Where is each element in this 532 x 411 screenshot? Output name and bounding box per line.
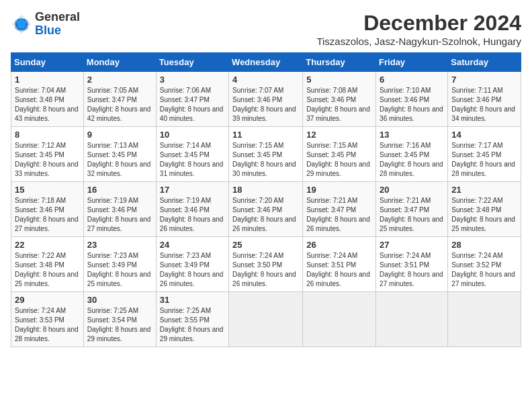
day-number: 5 <box>306 75 372 85</box>
day-number: 17 <box>160 185 225 195</box>
weekday-header-tuesday: Tuesday <box>156 53 228 72</box>
calendar-cell: 31Sunrise: 7:25 AMSunset: 3:55 PMDayligh… <box>156 292 228 347</box>
calendar-cell <box>376 292 448 347</box>
calendar-cell: 21Sunrise: 7:22 AMSunset: 3:48 PMDayligh… <box>448 182 521 237</box>
calendar-cell: 4Sunrise: 7:07 AMSunset: 3:46 PMDaylight… <box>229 72 303 127</box>
day-number: 9 <box>87 130 152 140</box>
calendar-cell: 28Sunrise: 7:24 AMSunset: 3:52 PMDayligh… <box>448 237 521 292</box>
calendar-cell: 2Sunrise: 7:05 AMSunset: 3:47 PMDaylight… <box>83 72 156 127</box>
day-info: Sunrise: 7:08 AMSunset: 3:46 PMDaylight:… <box>306 86 372 124</box>
week-row-4: 22Sunrise: 7:22 AMSunset: 3:48 PMDayligh… <box>11 237 521 292</box>
calendar-cell <box>448 292 521 347</box>
calendar-cell <box>229 292 303 347</box>
month-title: December 2024 <box>316 11 521 36</box>
day-number: 31 <box>160 295 225 305</box>
day-number: 14 <box>451 130 517 140</box>
calendar-cell: 5Sunrise: 7:08 AMSunset: 3:46 PMDaylight… <box>303 72 376 127</box>
day-info: Sunrise: 7:24 AMSunset: 3:51 PMDaylight:… <box>380 251 444 289</box>
calendar-cell: 1Sunrise: 7:04 AMSunset: 3:48 PMDaylight… <box>11 72 84 127</box>
day-info: Sunrise: 7:20 AMSunset: 3:46 PMDaylight:… <box>232 196 299 234</box>
weekday-header-thursday: Thursday <box>303 53 376 72</box>
day-number: 30 <box>87 295 152 305</box>
calendar-cell: 29Sunrise: 7:24 AMSunset: 3:53 PMDayligh… <box>11 292 84 347</box>
logo-blue-text: Blue <box>35 24 80 38</box>
week-row-1: 1Sunrise: 7:04 AMSunset: 3:48 PMDaylight… <box>11 72 521 127</box>
logo-icon <box>11 13 32 35</box>
calendar-cell: 9Sunrise: 7:13 AMSunset: 3:45 PMDaylight… <box>83 127 156 182</box>
day-number: 25 <box>232 240 299 250</box>
day-number: 7 <box>451 75 517 85</box>
weekday-header-friday: Friday <box>376 53 448 72</box>
calendar-cell: 22Sunrise: 7:22 AMSunset: 3:48 PMDayligh… <box>11 237 84 292</box>
calendar-cell: 24Sunrise: 7:23 AMSunset: 3:49 PMDayligh… <box>156 237 228 292</box>
logo-general-text: General <box>35 11 80 24</box>
calendar-cell: 13Sunrise: 7:16 AMSunset: 3:45 PMDayligh… <box>376 127 448 182</box>
day-number: 18 <box>232 185 299 195</box>
day-number: 2 <box>87 75 152 85</box>
day-number: 15 <box>15 185 80 195</box>
day-info: Sunrise: 7:19 AMSunset: 3:46 PMDaylight:… <box>87 196 152 234</box>
day-info: Sunrise: 7:04 AMSunset: 3:48 PMDaylight:… <box>15 86 80 124</box>
calendar-cell: 27Sunrise: 7:24 AMSunset: 3:51 PMDayligh… <box>376 237 448 292</box>
calendar-cell: 3Sunrise: 7:06 AMSunset: 3:47 PMDaylight… <box>156 72 228 127</box>
weekday-header-saturday: Saturday <box>448 53 521 72</box>
day-number: 21 <box>451 185 517 195</box>
day-number: 19 <box>306 185 372 195</box>
calendar-cell: 18Sunrise: 7:20 AMSunset: 3:46 PMDayligh… <box>229 182 303 237</box>
calendar-cell: 8Sunrise: 7:12 AMSunset: 3:45 PMDaylight… <box>11 127 84 182</box>
day-info: Sunrise: 7:25 AMSunset: 3:54 PMDaylight:… <box>87 306 152 344</box>
calendar-cell: 14Sunrise: 7:17 AMSunset: 3:45 PMDayligh… <box>448 127 521 182</box>
calendar-cell: 20Sunrise: 7:21 AMSunset: 3:47 PMDayligh… <box>376 182 448 237</box>
day-info: Sunrise: 7:06 AMSunset: 3:47 PMDaylight:… <box>160 86 225 124</box>
day-info: Sunrise: 7:05 AMSunset: 3:47 PMDaylight:… <box>87 86 152 124</box>
day-number: 1 <box>15 75 80 85</box>
day-info: Sunrise: 7:24 AMSunset: 3:51 PMDaylight:… <box>306 251 372 289</box>
day-number: 23 <box>87 240 152 250</box>
calendar-cell: 15Sunrise: 7:18 AMSunset: 3:46 PMDayligh… <box>11 182 84 237</box>
calendar-cell: 17Sunrise: 7:19 AMSunset: 3:46 PMDayligh… <box>156 182 228 237</box>
day-info: Sunrise: 7:21 AMSunset: 3:47 PMDaylight:… <box>380 196 444 234</box>
calendar-cell: 26Sunrise: 7:24 AMSunset: 3:51 PMDayligh… <box>303 237 376 292</box>
calendar-cell: 12Sunrise: 7:15 AMSunset: 3:45 PMDayligh… <box>303 127 376 182</box>
title-section: December 2024 Tiszaszolos, Jasz-Nagykun-… <box>316 11 521 47</box>
logo: General Blue <box>11 11 80 38</box>
day-info: Sunrise: 7:07 AMSunset: 3:46 PMDaylight:… <box>232 86 299 124</box>
day-number: 22 <box>15 240 80 250</box>
day-info: Sunrise: 7:23 AMSunset: 3:49 PMDaylight:… <box>87 251 152 289</box>
day-info: Sunrise: 7:21 AMSunset: 3:47 PMDaylight:… <box>306 196 372 234</box>
day-info: Sunrise: 7:22 AMSunset: 3:48 PMDaylight:… <box>15 251 80 289</box>
day-info: Sunrise: 7:13 AMSunset: 3:45 PMDaylight:… <box>87 141 152 179</box>
calendar-cell: 19Sunrise: 7:21 AMSunset: 3:47 PMDayligh… <box>303 182 376 237</box>
week-row-3: 15Sunrise: 7:18 AMSunset: 3:46 PMDayligh… <box>11 182 521 237</box>
day-number: 27 <box>380 240 444 250</box>
day-number: 3 <box>160 75 225 85</box>
logo-text: General Blue <box>35 11 80 38</box>
weekday-header-row: SundayMondayTuesdayWednesdayThursdayFrid… <box>11 53 521 72</box>
day-info: Sunrise: 7:18 AMSunset: 3:46 PMDaylight:… <box>15 196 80 234</box>
calendar-cell: 11Sunrise: 7:15 AMSunset: 3:45 PMDayligh… <box>229 127 303 182</box>
day-number: 6 <box>380 75 444 85</box>
calendar-table: SundayMondayTuesdayWednesdayThursdayFrid… <box>11 52 521 347</box>
day-info: Sunrise: 7:23 AMSunset: 3:49 PMDaylight:… <box>160 251 225 289</box>
day-info: Sunrise: 7:15 AMSunset: 3:45 PMDaylight:… <box>232 141 299 179</box>
day-info: Sunrise: 7:11 AMSunset: 3:46 PMDaylight:… <box>451 86 517 124</box>
day-number: 20 <box>380 185 444 195</box>
day-number: 4 <box>232 75 299 85</box>
day-info: Sunrise: 7:16 AMSunset: 3:45 PMDaylight:… <box>380 141 444 179</box>
day-number: 12 <box>306 130 372 140</box>
weekday-header-wednesday: Wednesday <box>229 53 303 72</box>
day-info: Sunrise: 7:24 AMSunset: 3:50 PMDaylight:… <box>232 251 299 289</box>
day-info: Sunrise: 7:14 AMSunset: 3:45 PMDaylight:… <box>160 141 225 179</box>
day-number: 16 <box>87 185 152 195</box>
day-info: Sunrise: 7:17 AMSunset: 3:45 PMDaylight:… <box>451 141 517 179</box>
weekday-header-sunday: Sunday <box>11 53 84 72</box>
day-number: 28 <box>451 240 517 250</box>
calendar-cell: 23Sunrise: 7:23 AMSunset: 3:49 PMDayligh… <box>83 237 156 292</box>
day-number: 13 <box>380 130 444 140</box>
calendar-cell: 30Sunrise: 7:25 AMSunset: 3:54 PMDayligh… <box>83 292 156 347</box>
day-info: Sunrise: 7:24 AMSunset: 3:52 PMDaylight:… <box>451 251 517 289</box>
day-number: 29 <box>15 295 80 305</box>
calendar-cell: 16Sunrise: 7:19 AMSunset: 3:46 PMDayligh… <box>83 182 156 237</box>
day-info: Sunrise: 7:25 AMSunset: 3:55 PMDaylight:… <box>160 306 225 344</box>
calendar-cell: 7Sunrise: 7:11 AMSunset: 3:46 PMDaylight… <box>448 72 521 127</box>
